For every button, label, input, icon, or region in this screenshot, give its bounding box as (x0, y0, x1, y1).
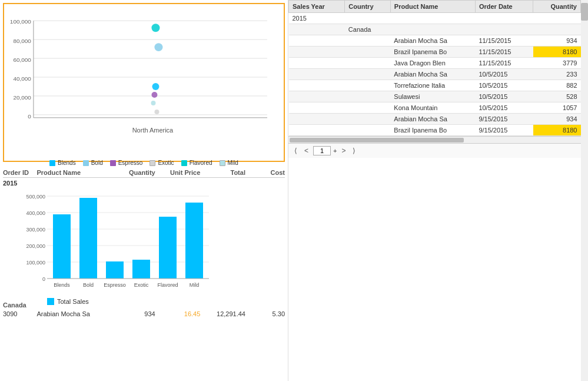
cell-country-0 (345, 13, 391, 24)
cell-year-4 (289, 58, 345, 69)
col-header-qty: Quantity (110, 169, 155, 176)
cell-qty-7: 528 (533, 91, 581, 102)
cell-qty-8: 1057 (533, 102, 581, 114)
legend-bold: Bold (83, 160, 103, 166)
cell-year-2 (289, 35, 345, 47)
pagination-bar: ⟨ < + > ⟩ (288, 143, 581, 158)
cell-date-7: 10/5/2015 (475, 91, 533, 102)
cell-country-2 (345, 35, 391, 47)
first-page-button[interactable]: ⟨ (292, 146, 300, 155)
svg-text:100,000: 100,000 (10, 18, 31, 25)
next-page-button[interactable]: > (339, 146, 348, 155)
bar-flavored (159, 217, 177, 279)
cell-country-3 (345, 47, 391, 58)
cell-date-8: 10/5/2015 (475, 102, 533, 114)
legend-exotic-label: Exotic (158, 160, 174, 166)
cell-year-6 (289, 80, 345, 91)
cost-0: 5.30 (245, 310, 285, 317)
col-header-orderid: Order ID (3, 169, 36, 176)
svg-point-14 (151, 24, 160, 32)
cell-country-6 (345, 80, 391, 91)
scatter-chart-container: 100,000 80,000 60,000 40,000 20,000 0 (3, 3, 285, 162)
svg-point-18 (151, 101, 155, 105)
page-input[interactable] (313, 146, 331, 155)
svg-text:300,000: 300,000 (26, 227, 45, 233)
svg-text:Mild: Mild (190, 282, 200, 288)
svg-text:Exotic: Exotic (134, 282, 149, 288)
cell-date-10: 9/15/2015 (475, 125, 533, 136)
legend-mild-label: Mild (228, 160, 238, 166)
svg-text:100,000: 100,000 (26, 260, 45, 266)
svg-text:40,000: 40,000 (13, 75, 31, 82)
cell-qty-3: 8180 (533, 47, 581, 58)
table-row-2: Arabian Mocha Sa11/15/2015934 (289, 35, 581, 47)
v-scrollbar-thumb[interactable] (581, 3, 588, 21)
col-header-price: Unit Price (155, 169, 201, 176)
cell-year-9 (289, 114, 345, 125)
legend-espresso-label: Espresso (118, 160, 143, 166)
bar-espresso (106, 261, 124, 279)
cell-qty-9: 934 (533, 114, 581, 125)
svg-text:Espresso: Espresso (104, 282, 126, 288)
bar-blends (53, 214, 71, 279)
cell-year-3 (289, 47, 345, 58)
cell-country-8 (345, 102, 391, 114)
table-row-9: Arabian Mocha Sa9/15/2015934 (289, 114, 581, 125)
bar-bold (79, 198, 97, 279)
page-plus: + (333, 147, 337, 154)
svg-text:200,000: 200,000 (26, 243, 45, 249)
cell-year-10 (289, 125, 345, 136)
th-product-name: Product Name (390, 1, 475, 13)
svg-text:60,000: 60,000 (13, 57, 31, 63)
cell-year-1 (289, 24, 345, 35)
year-row: 2015 (3, 178, 285, 188)
total-0: 12,291.44 (200, 310, 245, 317)
cell-country-7 (345, 91, 391, 102)
legend-flavored-label: Flavored (190, 160, 212, 166)
h-scrollbar-thumb[interactable] (290, 138, 464, 143)
bold-dot (83, 160, 89, 166)
bar-chart: 500,000 400,000 300,000 200,000 100,000 … (15, 191, 215, 294)
cell-product-2: Arabian Mocha Sa (390, 35, 475, 47)
legend-mild: Mild (220, 160, 238, 166)
cell-product-9: Arabian Mocha Sa (390, 114, 475, 125)
cell-date-0 (475, 13, 533, 24)
order-id-0: 3090 (3, 310, 36, 317)
bottom-table-header: Order ID Product Name Quantity Unit Pric… (3, 168, 285, 178)
bar-legend-dot (47, 298, 54, 305)
cell-country-1: Canada (345, 24, 391, 35)
bar-exotic (132, 260, 150, 279)
col-header-total: Total (200, 169, 245, 176)
bar-chart-container: 500,000 400,000 300,000 200,000 100,000 … (15, 191, 285, 297)
table-row-5: Arabian Mocha Sa10/5/2015233 (289, 69, 581, 80)
right-panel: Sales Year Country Product Name Order Da… (288, 0, 588, 381)
table-row-10: Brazil Ipanema Bo9/15/20158180 (289, 125, 581, 136)
table-row-8: Kona Mountain10/5/20151057 (289, 102, 581, 114)
cell-product-5: Arabian Mocha Sa (390, 69, 475, 80)
svg-point-17 (151, 92, 157, 98)
cell-year-8 (289, 102, 345, 114)
cell-product-1 (390, 24, 475, 35)
main-container: 100,000 80,000 60,000 40,000 20,000 0 (0, 0, 588, 381)
cell-date-5: 10/5/2015 (475, 69, 533, 80)
cell-country-5 (345, 69, 391, 80)
flavored-dot (181, 160, 187, 166)
cell-product-6: Torrefazione Italia (390, 80, 475, 91)
cell-year-7 (289, 91, 345, 102)
horizontal-scrollbar[interactable] (288, 136, 581, 143)
vertical-scrollbar[interactable] (581, 0, 588, 381)
cell-product-10: Brazil Ipanema Bo (390, 125, 475, 136)
cell-date-6: 10/5/2015 (475, 80, 533, 91)
mild-dot (220, 160, 225, 166)
svg-text:0: 0 (28, 113, 31, 120)
blends-dot (49, 160, 55, 166)
cell-qty-2: 934 (533, 35, 581, 47)
cell-product-4: Java Dragon Blen (390, 58, 475, 69)
prev-page-button[interactable]: < (302, 146, 311, 155)
bar-legend-label: Total Sales (57, 298, 89, 305)
cell-date-9: 9/15/2015 (475, 114, 533, 125)
cell-qty-5: 233 (533, 69, 581, 80)
svg-text:20,000: 20,000 (13, 94, 31, 101)
legend-area: Blends Bold Espresso Exotic Flavored (9, 160, 279, 166)
last-page-button[interactable]: ⟩ (350, 146, 358, 155)
